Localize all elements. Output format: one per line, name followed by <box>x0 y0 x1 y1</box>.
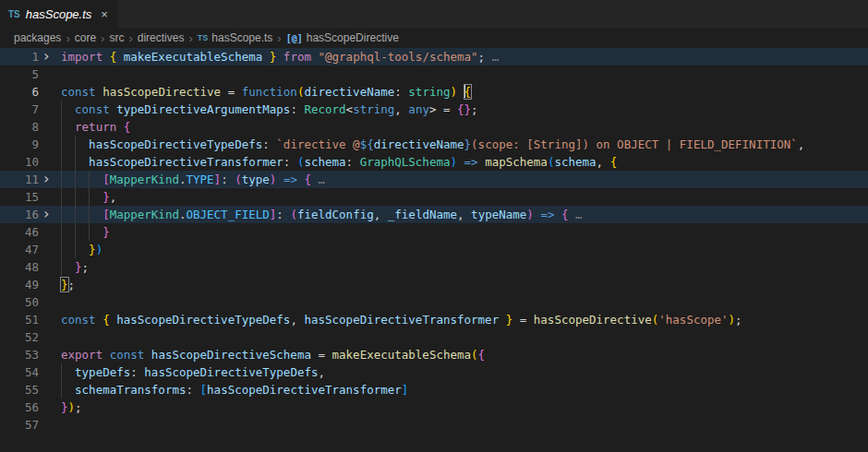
code-line-53[interactable]: 53export const hasScopeDirectiveSchema =… <box>0 346 868 363</box>
code-token: : <box>394 85 408 99</box>
indent-guide <box>61 381 62 398</box>
gutter: 9 <box>0 136 61 153</box>
indent-guide <box>75 223 76 241</box>
breadcrumb-separator-icon: › <box>66 31 69 45</box>
code-token: string <box>353 102 394 116</box>
code-token <box>478 155 486 169</box>
breadcrumb-item-src[interactable]: src <box>109 31 124 44</box>
code-line-51[interactable]: 51const { hasScopeDirectiveTypeDefs, has… <box>0 311 868 328</box>
breadcrumb: packages›core›src›directives›TShasScope.… <box>0 28 868 48</box>
fold-chevron-icon[interactable]: › <box>43 48 49 65</box>
fold-chevron-icon[interactable]: › <box>43 206 49 222</box>
code-token: } <box>61 400 68 414</box>
code-line-9[interactable]: 9 hasScopeDirectiveTypeDefs: `directive … <box>0 136 868 153</box>
code-line-6[interactable]: 6const hasScopeDirective = function(dire… <box>0 83 868 101</box>
code-token: ] <box>214 172 222 186</box>
code-token: import <box>61 50 110 64</box>
indent-guide <box>61 136 62 153</box>
gutter: 52 <box>0 328 61 346</box>
indent-guide <box>61 363 62 381</box>
code-line-15[interactable]: 15 }, <box>0 188 868 206</box>
breadcrumb-item-core[interactable]: core <box>75 31 96 44</box>
code-text: return { <box>61 118 130 136</box>
breadcrumb-item-hasscope.ts[interactable]: TShasScope.ts <box>198 31 273 44</box>
tab-close-icon[interactable]: × <box>101 7 108 21</box>
gutter: 53 <box>0 346 61 363</box>
indent-guide <box>61 118 62 136</box>
indent-guide <box>61 171 62 188</box>
gutter: 50 <box>0 293 61 311</box>
indent-guide <box>75 153 76 171</box>
code-token: { <box>610 155 618 169</box>
line-number: 8 <box>31 118 39 136</box>
code-token: , <box>290 313 304 327</box>
line-number: 46 <box>25 223 39 241</box>
fold-chevron-icon[interactable]: › <box>43 171 49 187</box>
code-token: { <box>478 348 486 362</box>
code-line-55[interactable]: 55 schemaTransforms: [hasScopeDirectiveT… <box>0 381 868 398</box>
code-token: ] <box>402 383 409 397</box>
breadcrumb-item-packages[interactable]: packages <box>14 31 61 44</box>
code-line-8[interactable]: 8 return { <box>0 118 868 136</box>
line-number: 11 <box>25 171 39 188</box>
code-token: ; <box>735 313 742 327</box>
code-line-54[interactable]: 54 typeDefs: hasScopeDirectiveTypeDefs, <box>0 363 868 381</box>
code-editor[interactable]: 1›import { makeExecutableSchema } from "… <box>0 48 868 434</box>
breadcrumb-label: hasScopeDirective <box>307 31 399 44</box>
code-token: } <box>464 137 472 151</box>
code-token: ; <box>68 278 76 291</box>
breadcrumb-item-hasscopedirective[interactable]: [@]hasScopeDirective <box>286 31 399 44</box>
code-line-7[interactable]: 7 const typeDirectiveArgumentMaps: Recor… <box>0 101 868 118</box>
line-number: 51 <box>25 311 39 328</box>
indent-guide <box>75 188 76 206</box>
code-token: return <box>75 120 116 134</box>
code-token: ; <box>75 400 82 414</box>
breadcrumb-item-directives[interactable]: directives <box>138 31 185 44</box>
code-line-52[interactable]: 52 <box>0 328 868 346</box>
gutter: 16› <box>0 206 61 223</box>
code-text: } <box>61 223 110 241</box>
code-line-56[interactable]: 56}); <box>0 398 868 416</box>
code-token: fieldConfig <box>297 208 374 221</box>
gutter: 51 <box>0 311 61 328</box>
gutter: 11› <box>0 171 61 188</box>
code-token <box>61 172 102 186</box>
code-line-16[interactable]: 16› [MapperKind.OBJECT_FIELD]: (fieldCon… <box>0 206 868 223</box>
code-token <box>61 225 102 239</box>
indent-guide <box>61 188 62 206</box>
code-line-11[interactable]: 11› [MapperKind.TYPE]: (type) => { … <box>0 171 868 188</box>
code-token: hasScopeDirectiveTypeDefs <box>144 365 318 379</box>
tab-hasscope[interactable]: TS hasScope.ts × <box>0 0 117 28</box>
code-line-57[interactable]: 57 <box>0 416 868 434</box>
code-token: hasScopeDirectiveTransformer <box>89 155 283 169</box>
code-token: _fieldName <box>388 208 457 221</box>
code-token <box>116 120 124 134</box>
code-line-1[interactable]: 1›import { makeExecutableSchema } from "… <box>0 48 868 65</box>
code-token: => <box>464 155 478 169</box>
code-token: MapperKind <box>110 172 179 186</box>
code-line-50[interactable]: 50 <box>0 293 868 311</box>
code-token: => <box>540 208 554 221</box>
breadcrumb-separator-icon: › <box>188 31 192 45</box>
code-token: , <box>798 137 805 151</box>
code-token: schema <box>304 155 345 169</box>
code-token: … <box>492 50 500 64</box>
code-line-49[interactable]: 49}; <box>0 276 868 293</box>
code-token <box>144 348 151 362</box>
code-line-46[interactable]: 46 } <box>0 223 868 241</box>
code-token: { <box>464 84 473 100</box>
code-line-47[interactable]: 47 }) <box>0 241 868 258</box>
code-text: const typeDirectiveArgumentMaps: Record<… <box>61 101 478 118</box>
code-token: ( <box>235 172 242 186</box>
line-number: 1 <box>31 48 39 65</box>
code-line-10[interactable]: 10 hasScopeDirectiveTransformer: (schema… <box>0 153 868 171</box>
gutter: 49 <box>0 276 61 293</box>
code-token: any <box>408 102 429 116</box>
code-token: hasScopeDirectiveTypeDefs <box>116 313 290 327</box>
code-token: ; <box>82 260 90 274</box>
code-token: = <box>311 348 332 362</box>
code-line-5[interactable]: 5 <box>0 65 868 83</box>
code-token: hasScopeDirectiveTransformer <box>207 383 402 397</box>
code-line-48[interactable]: 48 }; <box>0 258 868 276</box>
gutter: 56 <box>0 398 61 416</box>
